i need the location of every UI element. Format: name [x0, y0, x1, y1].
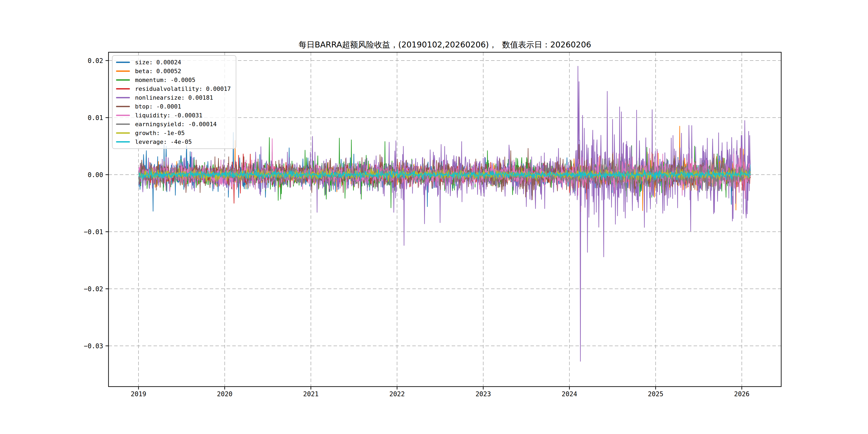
- x-axis-tick-label: 2023: [475, 390, 491, 398]
- legend-label-residualvolatility: residualvolatility: 0.00017: [135, 84, 231, 93]
- legend-item-liquidity: liquidity: -0.00031: [116, 111, 231, 120]
- legend-label-leverage: leverage: -4e-05: [135, 137, 192, 146]
- legend-item-nonlinearsize: nonlinearsize: 0.00181: [116, 93, 231, 102]
- legend-line-swatch-nonlinearsize: [116, 97, 130, 98]
- legend-label-earningsyield: earningsyield: -0.00014: [135, 120, 217, 129]
- barra-daily-returns-figure: 每日BARRA超额风险收益，(20190102,20260206)， 数值表示日…: [0, 0, 868, 434]
- legend-line-swatch-size: [116, 62, 130, 63]
- legend-label-momentum: momentum: -0.0005: [135, 75, 195, 84]
- legend-line-swatch-residualvolatility: [116, 88, 130, 90]
- legend-item-residualvolatility: residualvolatility: 0.00017: [116, 84, 231, 93]
- y-axis-tick-label: 0.02: [88, 57, 103, 65]
- legend-line-swatch-earningsyield: [116, 124, 130, 125]
- x-axis-tick-label: 2022: [389, 390, 405, 398]
- x-axis-tick-label: 2020: [217, 390, 232, 398]
- x-axis-tick-label: 2025: [648, 390, 663, 398]
- legend-item-earningsyield: earningsyield: -0.00014: [116, 120, 231, 129]
- legend-label-btop: btop: -0.0001: [135, 102, 181, 111]
- legend-line-swatch-beta: [116, 70, 130, 72]
- y-axis-tick-label: 0.01: [88, 114, 103, 122]
- legend-label-nonlinearsize: nonlinearsize: 0.00181: [135, 93, 213, 102]
- legend-line-swatch-btop: [116, 106, 130, 107]
- legend-label-growth: growth: -1e-05: [135, 129, 185, 137]
- x-axis-tick-label: 2026: [734, 390, 750, 398]
- legend-label-beta: beta: 0.00052: [135, 67, 181, 75]
- legend-line-swatch-liquidity: [116, 115, 130, 116]
- legend-item-growth: growth: -1e-05: [116, 129, 231, 137]
- legend-line-swatch-momentum: [116, 79, 130, 81]
- legend-item-btop: btop: -0.0001: [116, 102, 231, 111]
- legend: size: 0.00024beta: 0.00052momentum: -0.0…: [112, 55, 236, 149]
- legend-item-size: size: 0.00024: [116, 58, 231, 67]
- x-axis-tick-label: 2021: [303, 390, 319, 398]
- x-axis-tick-label: 2019: [131, 390, 146, 398]
- y-axis-tick-label: 0.00: [88, 171, 103, 179]
- y-axis-tick-label: −0.02: [84, 285, 103, 293]
- legend-item-beta: beta: 0.00052: [116, 67, 231, 75]
- y-axis-tick-label: −0.03: [84, 342, 103, 350]
- y-axis-tick-label: −0.01: [84, 228, 103, 236]
- legend-item-leverage: leverage: -4e-05: [116, 137, 231, 146]
- legend-label-liquidity: liquidity: -0.00031: [135, 111, 203, 120]
- legend-item-momentum: momentum: -0.0005: [116, 75, 231, 84]
- legend-line-swatch-leverage: [116, 141, 130, 143]
- x-axis-tick-label: 2024: [562, 390, 577, 398]
- legend-label-size: size: 0.00024: [135, 58, 181, 67]
- legend-line-swatch-growth: [116, 132, 130, 134]
